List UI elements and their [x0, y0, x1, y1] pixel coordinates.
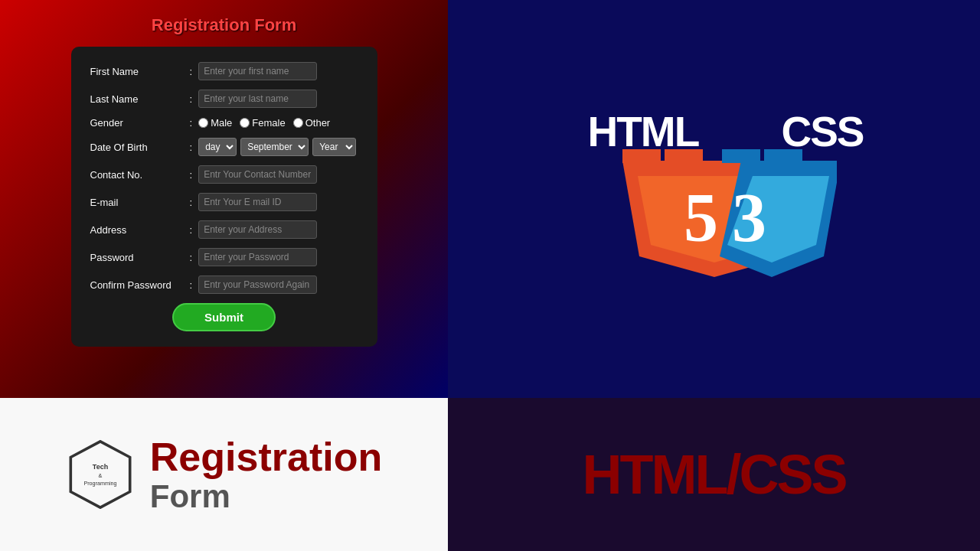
password-row: Password :: [90, 248, 358, 266]
address-row: Address :: [90, 220, 358, 239]
contact-input[interactable]: [198, 165, 317, 184]
contact-label: Contact No.: [90, 169, 190, 181]
tech-logo: Tech & Programming: [66, 440, 135, 509]
gender-male-option[interactable]: Male: [198, 117, 232, 129]
bottom-form-text: Form: [150, 481, 230, 513]
gender-row: Gender : Male Female Other: [90, 117, 358, 129]
first-name-input[interactable]: [198, 62, 317, 80]
bottom-section: Tech & Programming Registration Form HTM…: [0, 398, 980, 551]
first-name-colon: :: [190, 66, 193, 77]
svg-text:Programming: Programming: [83, 480, 116, 487]
last-name-label: Last Name: [90, 93, 190, 105]
dob-year-select[interactable]: Year 200020012002: [312, 138, 356, 156]
gender-male-radio[interactable]: [198, 118, 208, 128]
email-colon: :: [190, 197, 193, 208]
bottom-registration-text: Registration: [150, 437, 382, 477]
address-label: Address: [90, 224, 190, 236]
last-name-row: Last Name :: [90, 90, 358, 108]
gender-female-option[interactable]: Female: [240, 117, 285, 129]
dob-month-select[interactable]: September JanuaryFebruaryMarch: [240, 138, 309, 156]
password-colon: :: [190, 252, 193, 263]
svg-text:Tech: Tech: [93, 463, 108, 471]
email-label: E-mail: [90, 197, 190, 208]
password-label: Password: [90, 252, 190, 263]
password-input[interactable]: [198, 248, 317, 266]
html-label: HTML: [588, 107, 699, 156]
css-label: CSS: [781, 107, 863, 156]
email-input[interactable]: [198, 193, 317, 211]
gender-label: Gender: [90, 117, 190, 129]
last-name-colon: :: [190, 93, 193, 105]
gender-female-radio[interactable]: [240, 118, 250, 128]
svg-text:&: &: [98, 472, 102, 479]
dob-label: Date Of Birth: [90, 142, 190, 153]
right-panel: HTML CSS 5 3: [448, 0, 980, 398]
logo-area: HTML CSS 5 3: [542, 99, 887, 298]
last-name-input[interactable]: [198, 90, 317, 108]
first-name-row: First Name :: [90, 62, 358, 80]
left-panel: Registration Form First Name : Last Name…: [0, 0, 448, 398]
bottom-left: Tech & Programming Registration Form: [0, 398, 448, 551]
bottom-right: HTML/CSS: [448, 398, 980, 551]
confirm-password-row: Confirm Password :: [90, 276, 358, 294]
confirm-password-colon: :: [190, 279, 193, 291]
bottom-title: Registration Form: [150, 437, 382, 513]
form-container: First Name : Last Name : Gender : Male: [71, 47, 377, 347]
email-row: E-mail :: [90, 193, 358, 211]
form-title: Registration Form: [152, 15, 296, 35]
address-input[interactable]: [198, 220, 317, 239]
contact-row: Contact No. :: [90, 165, 358, 184]
svg-text:3: 3: [732, 180, 766, 256]
contact-colon: :: [190, 169, 193, 181]
html-css-bottom-text: HTML/CSS: [583, 443, 846, 506]
gender-colon: :: [190, 117, 193, 129]
dob-selects: day 12345 September JanuaryFebruaryMarch…: [198, 138, 356, 156]
gender-options: Male Female Other: [198, 117, 330, 129]
gender-other-option[interactable]: Other: [293, 117, 331, 129]
confirm-password-input[interactable]: [198, 276, 317, 294]
first-name-label: First Name: [90, 66, 190, 77]
address-colon: :: [190, 224, 193, 236]
submit-button[interactable]: Submit: [172, 303, 276, 331]
svg-rect-9: [722, 149, 760, 163]
svg-text:5: 5: [684, 180, 718, 256]
dob-day-select[interactable]: day 12345: [198, 138, 237, 156]
gender-other-radio[interactable]: [293, 118, 303, 128]
confirm-password-label: Confirm Password: [90, 279, 190, 291]
dob-row: Date Of Birth : day 12345 September Janu…: [90, 138, 358, 156]
dob-colon: :: [190, 142, 193, 153]
